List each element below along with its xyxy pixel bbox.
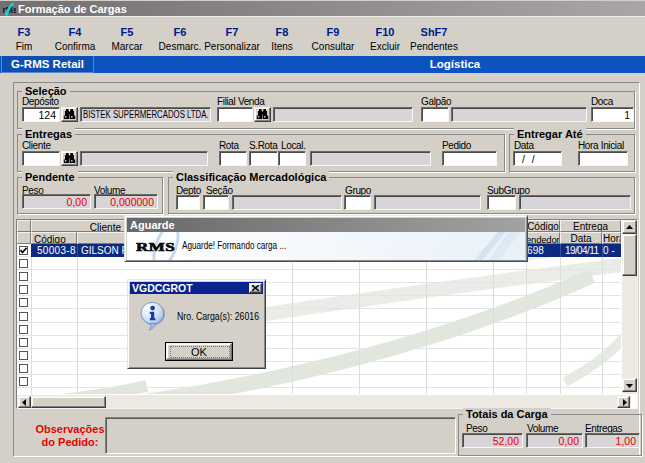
svg-text:RMS: RMS <box>136 240 175 254</box>
